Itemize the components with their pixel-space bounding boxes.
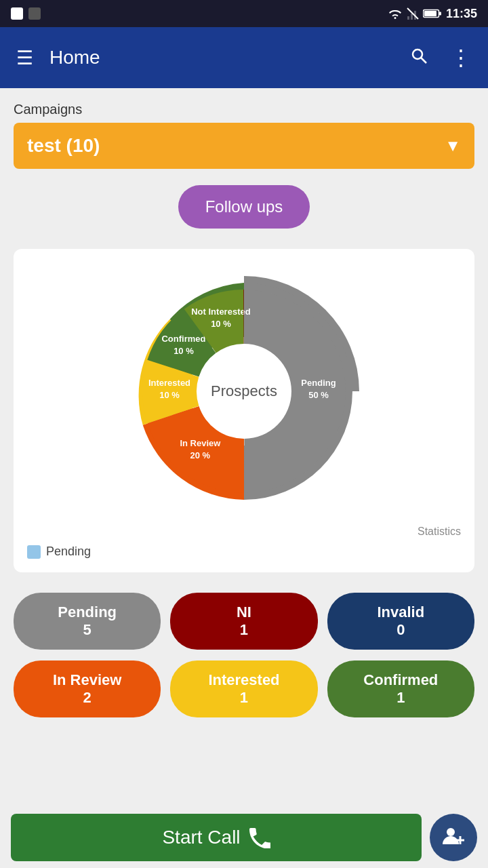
svg-rect-1 xyxy=(411,14,413,20)
svg-rect-5 xyxy=(424,11,436,16)
segment-label-confirmed: Confirmed xyxy=(161,334,205,344)
top-bar: ☰ Home ⋮ xyxy=(0,27,488,88)
status-bar: 11:35 xyxy=(0,0,488,27)
status-btn-confirmed[interactable]: Confirmed1 xyxy=(327,660,474,717)
app-icon-1 xyxy=(11,7,23,20)
status-bar-left xyxy=(11,7,41,20)
segment-in-review xyxy=(148,406,244,493)
segment-percent-interested: 10 % xyxy=(159,390,180,400)
campaign-selected: test (10) xyxy=(27,135,100,157)
svg-rect-6 xyxy=(439,12,441,16)
menu-icon[interactable]: ☰ xyxy=(11,41,39,75)
add-person-icon xyxy=(441,825,466,850)
search-icon[interactable] xyxy=(404,41,434,75)
legend-pending-dot xyxy=(27,545,41,559)
status-btn-pending[interactable]: Pending5 xyxy=(14,593,161,650)
signal-off-icon xyxy=(407,7,419,20)
status-time: 11:35 xyxy=(446,7,477,21)
start-call-text: Start Call xyxy=(162,827,240,848)
chart-legend: Pending xyxy=(27,545,461,559)
start-call-button[interactable]: Start Call xyxy=(11,814,422,861)
chart-container: Pending50 %In Review20 %Interested10 %Co… xyxy=(14,249,474,572)
svg-point-7 xyxy=(413,50,422,59)
status-btn-interested[interactable]: Interested1 xyxy=(170,660,317,717)
add-contact-button[interactable] xyxy=(430,814,477,861)
phone-icon xyxy=(249,827,270,848)
page-title: Home xyxy=(49,47,393,68)
follow-ups-button[interactable]: Follow ups xyxy=(178,185,310,229)
status-row-2: In Review2Interested1Confirmed1 xyxy=(14,660,474,717)
chart-stats-label: Statistics xyxy=(27,526,461,538)
more-icon[interactable]: ⋮ xyxy=(445,39,477,76)
dropdown-arrow-icon: ▼ xyxy=(445,136,461,155)
segment-percent-confirmed: 10 % xyxy=(174,346,194,356)
bottom-bar: Start Call xyxy=(0,807,488,868)
segment-pending xyxy=(244,290,346,493)
campaign-dropdown[interactable]: test (10) ▼ xyxy=(14,123,474,169)
follow-ups-container: Follow ups xyxy=(14,185,474,229)
segment-label-in-review: In Review xyxy=(180,438,221,448)
svg-line-8 xyxy=(421,58,426,63)
status-btn-ni[interactable]: NI1 xyxy=(170,593,317,650)
wifi-icon xyxy=(388,8,403,19)
prospects-donut-svg: Pending50 %In Review20 %Interested10 %Co… xyxy=(129,276,359,507)
legend-pending-label: Pending xyxy=(46,545,91,559)
main-content: Campaigns test (10) ▼ Follow ups xyxy=(0,88,488,742)
svg-rect-0 xyxy=(407,16,409,20)
chart-area: Pending50 %In Review20 %Interested10 %Co… xyxy=(27,262,461,520)
segment-percent-in-review: 20 % xyxy=(190,450,211,460)
battery-icon xyxy=(423,8,442,19)
svg-point-10 xyxy=(447,828,455,836)
segment-percent-not-interested: 10 % xyxy=(211,319,231,329)
segment-percent-pending: 50 % xyxy=(308,390,329,400)
segment-label-pending: Pending xyxy=(301,378,336,388)
status-bar-right: 11:35 xyxy=(388,7,477,21)
status-btn-invalid[interactable]: Invalid0 xyxy=(327,593,474,650)
segment-label-interested: Interested xyxy=(148,378,190,388)
segment-label-not-interested: Not Interested xyxy=(191,307,250,317)
status-btn-in-review[interactable]: In Review2 xyxy=(14,660,161,717)
status-row-1: Pending5NI1Invalid0 xyxy=(14,593,474,650)
app-icon-2 xyxy=(28,7,41,20)
campaigns-label: Campaigns xyxy=(14,102,474,117)
